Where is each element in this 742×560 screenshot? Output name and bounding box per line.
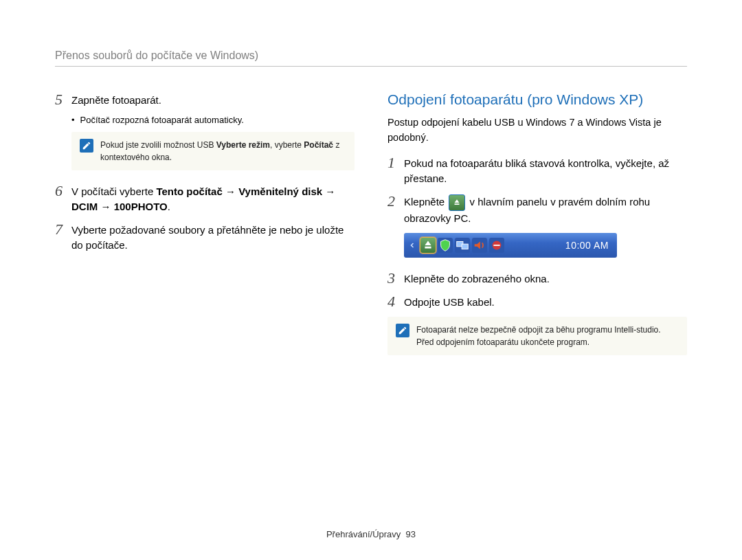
- pencil-note-icon: [80, 139, 93, 153]
- windows-xp-taskbar: 10:00 AM: [404, 233, 617, 258]
- r-step-4: 4 Odpojte USB kabel.: [387, 293, 687, 310]
- r-step-4-text: Odpojte USB kabel.: [404, 293, 687, 310]
- header-title: Přenos souborů do počítače ve Windows): [55, 49, 687, 67]
- step-6-text: V počítači vyberte Tento počítač → Vyměn…: [71, 183, 355, 214]
- chevron-left-icon: [408, 241, 416, 249]
- step-5-bullet-1: Počítač rozpozná fotoaparát automaticky.: [71, 115, 355, 125]
- safely-remove-hardware-icon: [449, 194, 465, 211]
- r-step-2: 2 Klepněte v hlavním panelu v pravém dol…: [387, 193, 687, 226]
- step-number-5: 5: [55, 91, 71, 108]
- section-title: Odpojení fotoaparátu (pro Windows XP): [387, 91, 687, 108]
- pencil-icon: [82, 141, 91, 150]
- tray-shield-icon[interactable]: [438, 238, 453, 253]
- r-step-3-text: Klepněte do zobrazeného okna.: [404, 270, 687, 287]
- step-7: 7 Vyberte požadované soubory a přetáhnět…: [55, 221, 355, 253]
- tray-network-icon[interactable]: [455, 238, 470, 253]
- taskbar-clock: 10:00 AM: [565, 240, 609, 251]
- prohibited-icon: [489, 238, 504, 253]
- pencil-icon: [398, 326, 407, 335]
- step-5: 5 Zapněte fotoaparát.: [55, 91, 355, 108]
- note-intelli-text: Fotoaparát nelze bezpečně odpojit za běh…: [416, 324, 679, 348]
- shield-icon: [438, 238, 453, 253]
- footer-section: Přehrávání/Úpravy: [326, 529, 401, 539]
- step-5-bullets: Počítač rozpozná fotoaparát automaticky.: [71, 115, 355, 125]
- svg-rect-3: [493, 245, 499, 246]
- r-step-number-3: 3: [387, 270, 404, 287]
- r-step-number-2: 2: [387, 193, 404, 210]
- monitors-icon: [455, 238, 470, 253]
- footer-page: 93: [406, 529, 416, 539]
- step-5-text: Zapněte fotoaparát.: [71, 91, 355, 108]
- footer: Přehrávání/Úpravy 93: [0, 529, 742, 539]
- right-column: Odpojení fotoaparátu (pro Windows XP) Po…: [387, 91, 687, 368]
- left-column: 5 Zapněte fotoaparát. Počítač rozpozná f…: [55, 91, 355, 368]
- r-step-1-text: Pokud na fotoaparátu bliká stavová kontr…: [404, 155, 687, 186]
- r-step-3: 3 Klepněte do zobrazeného okna.: [387, 270, 687, 287]
- svg-rect-1: [462, 244, 468, 249]
- r-step-1: 1 Pokud na fotoaparátu bliká stavová kon…: [387, 155, 687, 186]
- section-intro: Postup odpojení kabelu USB u Windows 7 a…: [387, 115, 687, 145]
- r-step-number-4: 4: [387, 293, 404, 310]
- tray-stop-icon[interactable]: [489, 238, 504, 253]
- r-step-2-text: Klepněte v hlavním panelu v pravém dolní…: [404, 193, 687, 226]
- step-6: 6 V počítači vyberte Tento počítač → Vym…: [55, 183, 355, 214]
- page: Přenos souborů do počítače ve Windows) 5…: [0, 0, 742, 560]
- speaker-icon: [472, 238, 487, 253]
- tray-safely-remove-hardware-icon[interactable]: [420, 238, 436, 253]
- eject-arrow-icon: [420, 238, 436, 253]
- step-number-7: 7: [55, 221, 71, 238]
- note-usb-mode: Pokud jste zvolili možnost USB Vyberte r…: [71, 132, 355, 170]
- note-intelli-studio: Fotoaparát nelze bezpečně odpojit za běh…: [387, 317, 687, 355]
- pencil-note-icon: [396, 324, 409, 337]
- step-number-6: 6: [55, 183, 71, 199]
- step-7-text: Vyberte požadované soubory a přetáhněte …: [71, 221, 355, 253]
- eject-arrow-icon: [452, 198, 462, 208]
- note-usb-mode-text: Pokud jste zvolili možnost USB Vyberte r…: [100, 139, 346, 164]
- columns: 5 Zapněte fotoaparát. Počítač rozpozná f…: [55, 91, 687, 368]
- tray-volume-icon[interactable]: [472, 238, 487, 253]
- r-step-number-1: 1: [387, 155, 404, 171]
